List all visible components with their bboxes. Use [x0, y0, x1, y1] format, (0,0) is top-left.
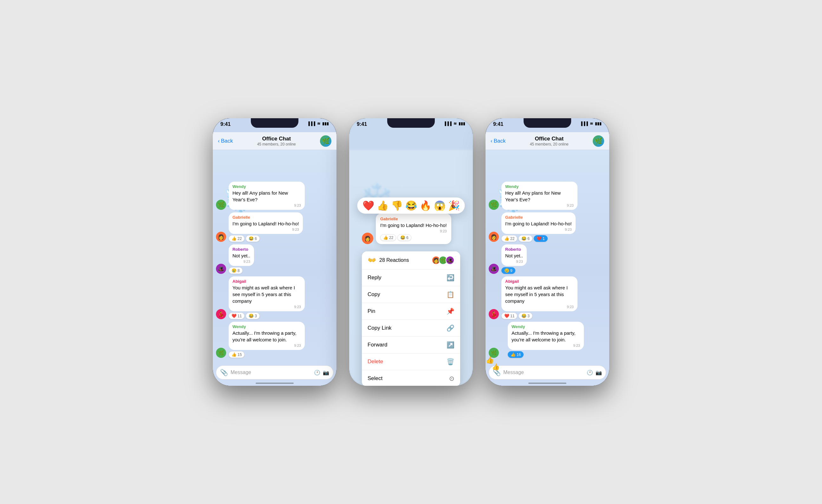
avatar: 👩 — [362, 233, 373, 244]
message-input[interactable]: Message — [503, 370, 584, 375]
pin-menu-item[interactable]: Pin 📌 — [362, 303, 460, 320]
delete-menu-item[interactable]: Delete 🗑️ — [362, 354, 460, 370]
attachment-icon[interactable]: 📎 — [220, 369, 228, 376]
reaction-laughing-btn[interactable]: 😂 — [405, 200, 417, 211]
message-time: 9:23 — [505, 305, 574, 309]
message-bubble[interactable]: Wendy Actually... I'm throwing a party, … — [229, 322, 305, 350]
status-time: 9:41 — [357, 121, 367, 127]
message-bubble[interactable]: Roberto Not yet.. 9:23 — [501, 244, 527, 266]
reaction-chip[interactable]: 👍 15 — [229, 351, 245, 358]
message-bubble[interactable]: Gabrielle I'm going to Lapland! Ho-ho-ho… — [501, 212, 575, 234]
table-row: 🌿 Wendy Hey all! Any plans for New Year'… — [216, 182, 333, 210]
message-time: 9:23 — [233, 305, 301, 309]
reaction-shocked-btn[interactable]: 😱 — [434, 200, 446, 211]
reaction-fire-btn[interactable]: 🔥 — [420, 200, 431, 211]
message-bubble[interactable]: Abigail You might as well ask where I se… — [229, 277, 305, 311]
reaction-chip[interactable]: 😂 3 — [518, 313, 532, 319]
message-bubble[interactable]: Wendy Hey all! Any plans for New Year's … — [229, 182, 305, 210]
reaction-count: 22 — [510, 236, 514, 241]
reaction-party-btn[interactable]: 🎉 — [448, 200, 460, 211]
status-icons: ▐▐▐ ≋ ▮▮▮ — [307, 121, 329, 126]
message-time: 9:23 — [505, 227, 572, 231]
clap-icon: 👐 — [368, 256, 376, 265]
reaction-count: 1 — [543, 236, 545, 241]
phone-3-screen: 9:41 ▐▐▐ ≋ ▮▮▮ ‹ Back Office Chat 45 mem… — [485, 118, 609, 386]
reaction-count: 9 — [510, 269, 512, 273]
message-text: Hey all! Any plans for New Year's Eve? — [233, 189, 301, 203]
reaction-chip[interactable]: 👍 22 — [380, 234, 396, 241]
notch — [387, 118, 435, 128]
reaction-chip[interactable]: 😢 8 — [229, 267, 243, 274]
clock-icon[interactable]: 🕐 — [587, 370, 593, 376]
reaction-chip[interactable]: 😂 6 — [397, 234, 411, 241]
message-area: 🌿 Wendy Hey all! Any plans for New Year'… — [489, 182, 606, 358]
reaction-heart-btn[interactable]: ❤️ — [363, 200, 374, 211]
back-button[interactable]: ‹ Back — [218, 138, 233, 144]
chat-avatar[interactable]: 🌿 — [320, 135, 331, 147]
battery-icon: ▮▮▮ — [595, 121, 601, 126]
camera-icon[interactable]: 📷 — [323, 370, 329, 376]
reaction-emoji: 👍 — [383, 235, 388, 240]
message-bubble[interactable]: Abigail You might as well ask where I se… — [501, 277, 577, 311]
reaction-chip[interactable]: 👍 22 — [229, 235, 245, 242]
message-input-bar: 📎 Message 🕐 📷 — [489, 366, 606, 380]
copy-link-menu-item[interactable]: Copy Link 🔗 — [362, 320, 460, 337]
table-row: 👩 Gabrielle I'm going to Lapland! Ho-ho-… — [489, 212, 606, 242]
battery-icon: ▮▮▮ — [322, 121, 329, 126]
back-label: Back — [494, 138, 506, 144]
reaction-chip[interactable]: 👍 22 — [501, 235, 517, 242]
reaction-emoji: 👍 — [504, 236, 509, 241]
sender-name: Gabrielle — [505, 215, 572, 220]
message-bubble[interactable]: Wendy Hey all! Any plans for New Year's … — [501, 182, 577, 210]
message-bubble[interactable]: Gabrielle I'm going to Lapland! Ho-ho-ho… — [229, 212, 303, 234]
reaction-chip-highlighted[interactable]: 👍 16 — [508, 351, 523, 358]
nav-bar: ‹ Back Office Chat 45 members, 20 online… — [213, 132, 337, 150]
message-input[interactable]: Message — [231, 370, 312, 375]
chevron-left-icon: ‹ — [491, 138, 492, 144]
reaction-chip-highlighted[interactable]: 😢 9 — [501, 267, 515, 274]
message-text: Actually... I'm throwing a party, you're… — [511, 330, 580, 343]
reaction-chip[interactable]: ❤️ 11 — [229, 313, 245, 319]
phone-2-screen: 9:41 ▐▐▐ ≋ ▮▮▮ ❄️ ❤️ 👍 👎 😂 🔥 😱 🎉 � — [349, 118, 473, 386]
clock-icon[interactable]: 🕐 — [314, 370, 320, 376]
avatar: 👩 — [489, 232, 499, 242]
context-message-text: I'm going to Lapland! Ho-ho-ho! — [380, 222, 447, 228]
copy-menu-item[interactable]: Copy 📋 — [362, 286, 460, 303]
chat-background: ❄️ 🌿 Wendy Hey all! Any plans for New Ye… — [213, 150, 337, 386]
reactions-row: 👍 22 😂 6 — [380, 234, 447, 241]
table-row: 👩 Gabrielle I'm going to Lapland! Ho-ho-… — [216, 212, 333, 242]
message-bubble[interactable]: Wendy Actually... I'm throwing a party, … — [508, 322, 584, 350]
camera-icon[interactable]: 📷 — [595, 370, 602, 376]
chat-subtitle: 45 members, 20 online — [237, 142, 316, 146]
message-area: 🌿 Wendy Hey all! Any plans for New Year'… — [216, 182, 333, 358]
forward-icon: ↗️ — [446, 341, 454, 349]
reaction-chip-highlighted[interactable]: ❤️ 1 — [534, 235, 548, 242]
reaction-thumbsdown-btn[interactable]: 👎 — [391, 200, 403, 211]
nav-bar: ‹ Back Office Chat 45 members, 20 online… — [485, 132, 609, 150]
reactions-row: 👍 16 — [508, 351, 584, 358]
back-button[interactable]: ‹ Back — [491, 138, 505, 144]
sender-name: Abigail — [505, 279, 574, 284]
reaction-emoji: 👍 — [510, 352, 516, 357]
wifi-icon: ≋ — [453, 121, 457, 126]
reaction-count: 22 — [389, 235, 393, 240]
reaction-chip[interactable]: 😂 6 — [518, 235, 532, 242]
reaction-chip[interactable]: 😂 6 — [246, 235, 260, 242]
reaction-thumbsup-btn[interactable]: 👍 — [377, 200, 389, 211]
reaction-count: 3 — [255, 314, 257, 318]
reactions-menu-item[interactable]: 👐 28 Reactions 👩 🌿 🎩 — [362, 251, 460, 270]
avatar: 🌿 — [216, 348, 226, 358]
reaction-chip[interactable]: ❤️ 11 — [501, 313, 517, 319]
message-time: 9:23 — [511, 344, 580, 348]
message-text: I'm going to Lapland! Ho-ho-ho! — [233, 220, 299, 227]
reply-menu-item[interactable]: Reply ↩️ — [362, 270, 460, 286]
reaction-emoji: 👍 — [232, 236, 237, 241]
forward-menu-item[interactable]: Forward ↗️ — [362, 337, 460, 354]
chat-avatar[interactable]: 🌿 — [593, 135, 604, 147]
select-menu-item[interactable]: Select ⊙ — [362, 370, 460, 386]
message-text: Not yet.. — [505, 252, 523, 259]
message-bubble[interactable]: Roberto Not yet.. 9:23 — [229, 244, 254, 266]
message-container: Abigail You might as well ask where I se… — [229, 277, 305, 319]
reaction-chip[interactable]: 😂 3 — [246, 313, 260, 319]
reactions-row: ❤️ 11 😂 3 — [229, 313, 305, 319]
